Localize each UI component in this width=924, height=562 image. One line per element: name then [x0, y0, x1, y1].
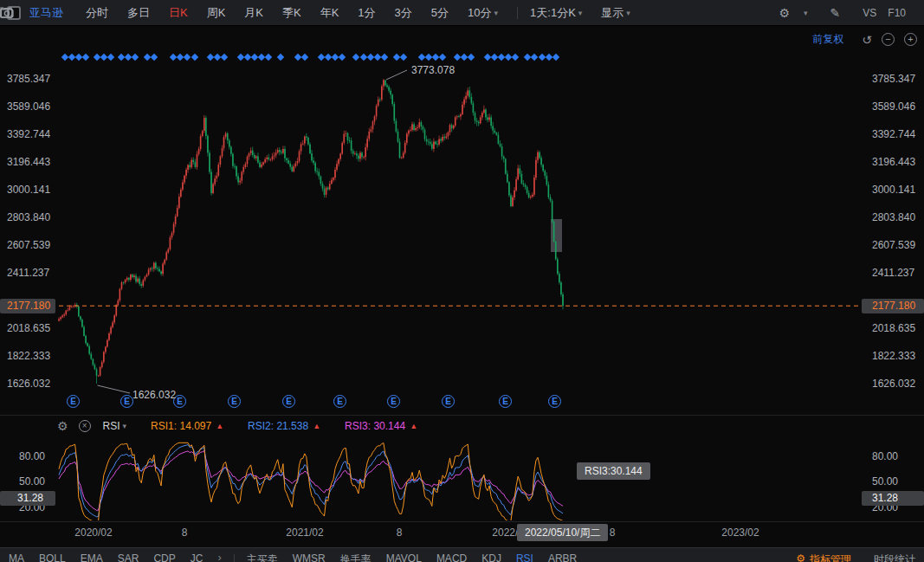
earnings-marker[interactable]: E	[442, 395, 455, 408]
price-axis-label: 3589.046	[872, 100, 915, 113]
up-triangle-icon: ▲	[313, 422, 320, 430]
period-tab-weekly-k[interactable]: 周K	[207, 5, 226, 21]
earnings-marker[interactable]: E	[228, 395, 241, 408]
indicator-jc[interactable]: JC	[191, 552, 204, 562]
price-axis-label: 3000.141	[872, 184, 915, 196]
settings-gear-icon[interactable]: ⚙	[779, 6, 790, 20]
undo-icon[interactable]: ↺	[862, 33, 872, 47]
sub-indicator-macd[interactable]: MACD	[436, 552, 467, 562]
price-axis-label: 3196.443	[7, 156, 50, 168]
earnings-marker[interactable]: E	[120, 395, 133, 408]
zoom-in-button[interactable]: +	[904, 33, 917, 46]
toolbar-divider	[234, 554, 235, 562]
sub-indicator-huanshoulv[interactable]: 换手率	[340, 552, 372, 562]
draw-pencil-icon[interactable]: ✎	[830, 6, 841, 20]
chevron-right-icon[interactable]: ›	[217, 552, 221, 562]
period-tab-minute[interactable]: 分时	[86, 5, 108, 21]
earnings-marker[interactable]: E	[387, 395, 400, 408]
sub-indicator-mavol[interactable]: MAVOL	[386, 552, 422, 562]
indicator-close-icon[interactable]: ×	[79, 420, 91, 432]
trading-app-window: 亚马逊 分时 多日 日K 周K 月K 季K 年K 1分 3分 5分 10分▾ 1…	[0, 0, 924, 562]
display-menu-button[interactable]: 显示▾	[601, 5, 630, 21]
chevron-down-icon: ▾	[578, 9, 583, 17]
chevron-down-icon: ▾	[494, 9, 499, 17]
up-triangle-icon: ▲	[216, 422, 223, 430]
time-axis-label: 8	[610, 526, 616, 539]
toolbar-icon-group: ⚙ ▾ ✎ VS F10	[779, 6, 917, 20]
panel-divider	[0, 415, 924, 416]
rsi-value-group: RSI1: 14.097▲RSI2: 21.538▲RSI3: 30.144▲	[126, 420, 417, 432]
rsi-value-label: RSI3: 30.144▲	[345, 420, 417, 432]
indicator-settings-gear-icon[interactable]: ⚙	[57, 419, 68, 433]
price-axis-label: 2018.635	[7, 322, 50, 334]
period-tab-monthly-k[interactable]: 月K	[244, 5, 263, 21]
rsi-axis-label: 50.00	[872, 475, 898, 488]
period-tab-3min[interactable]: 3分	[395, 5, 412, 21]
period-tab-quarterly-k[interactable]: 季K	[282, 5, 301, 21]
period-tab-daily-k[interactable]: 日K	[169, 5, 188, 21]
rsi-chart[interactable]	[0, 437, 924, 520]
price-axis-label: 2411.237	[7, 267, 49, 279]
panel-divider	[0, 521, 924, 522]
kline-combo-select[interactable]: 1天:1分K▾	[530, 5, 582, 21]
rsi-current-tag-right: 31.28	[862, 491, 924, 506]
chevron-down-icon: ▾	[804, 9, 808, 17]
price-axis-label: 3392.744	[872, 128, 915, 140]
sub-indicator-arbr[interactable]: ARBR	[548, 552, 577, 562]
period-tab-yearly-k[interactable]: 年K	[320, 5, 339, 21]
indicator-manage-button[interactable]: ⚙指标管理	[796, 552, 851, 562]
price-axis-label: 2607.539	[872, 239, 915, 251]
session-stats-button[interactable]: 时段统计	[874, 552, 915, 562]
adjust-mode-button[interactable]: 前复权	[812, 32, 843, 47]
up-triangle-icon: ▲	[410, 422, 417, 430]
chart-controls: 前复权 ↺ − +	[812, 32, 917, 47]
period-tab-1min[interactable]: 1分	[358, 5, 375, 21]
price-axis-label: 2803.840	[872, 211, 915, 223]
bottom-toolbar: MA BOLL EMA SAR CDP JC › 主买卖 WMSR 换手率 MA…	[0, 547, 924, 562]
compare-vs-button[interactable]: VS	[863, 7, 876, 19]
price-axis-label: 3392.744	[7, 128, 50, 140]
earnings-marker[interactable]: E	[548, 395, 561, 408]
price-axis-label: 3785.347	[872, 73, 915, 85]
time-axis-label: 2021/02	[286, 526, 323, 539]
earnings-marker[interactable]: E	[67, 395, 80, 408]
indicator-sar[interactable]: SAR	[118, 552, 139, 562]
price-axis-label: 3000.141	[7, 184, 50, 196]
period-tab-5min[interactable]: 5分	[431, 5, 449, 21]
period-tab-10min[interactable]: 10分▾	[468, 5, 498, 21]
earnings-marker[interactable]: E	[499, 395, 512, 408]
date-hover-tooltip: 2022/05/10/周二	[517, 524, 608, 541]
rsi-axis-label: 80.00	[872, 450, 898, 462]
rsi-hover-tooltip: RSI3:30.144	[577, 462, 650, 480]
indicator-ma[interactable]: MA	[9, 552, 24, 562]
rsi-line-1	[59, 442, 563, 520]
indicator-selector[interactable]: RSI▾	[103, 420, 127, 432]
period-tab-multiday[interactable]: 多日	[127, 5, 150, 21]
zoom-out-button[interactable]: −	[882, 33, 895, 46]
price-axis-label: 3589.046	[7, 100, 50, 113]
time-axis-label: 8	[182, 526, 188, 539]
sub-indicator-wmsr[interactable]: WMSR	[293, 552, 326, 562]
chevron-down-icon: ▾	[626, 9, 630, 17]
sub-indicator-kdj[interactable]: KDJ	[481, 552, 501, 562]
chart-layout-icon[interactable]: ▾	[801, 9, 808, 17]
current-price-tag-right: 2177.180	[862, 299, 924, 313]
price-axis-label: 2803.840	[7, 211, 50, 223]
rsi-current-tag-left: 31.28	[0, 491, 55, 506]
indicator-cdp[interactable]: CDP	[153, 552, 175, 562]
earnings-marker[interactable]: E	[282, 395, 295, 408]
symbol-name[interactable]: 亚马逊	[29, 5, 63, 21]
top-toolbar: 亚马逊 分时 多日 日K 周K 月K 季K 年K 1分 3分 5分 10分▾ 1…	[0, 0, 924, 26]
sub-indicator-rsi[interactable]: RSI	[516, 552, 533, 562]
candlestick-chart[interactable]	[0, 48, 924, 416]
manage-gear-icon: ⚙	[796, 552, 805, 562]
indicator-ema[interactable]: EMA	[81, 552, 103, 562]
price-axis-label: 1822.333	[872, 350, 915, 362]
indicator-boll[interactable]: BOLL	[39, 552, 66, 562]
sub-indicator-zhumaimai[interactable]: 主买卖	[247, 552, 278, 562]
price-axis-label: 3196.443	[872, 156, 915, 168]
earnings-marker[interactable]: E	[333, 395, 346, 408]
price-axis-label: 1822.333	[7, 350, 50, 362]
toolbar-divider	[517, 7, 518, 19]
f10-info-button[interactable]: F10	[888, 7, 906, 19]
